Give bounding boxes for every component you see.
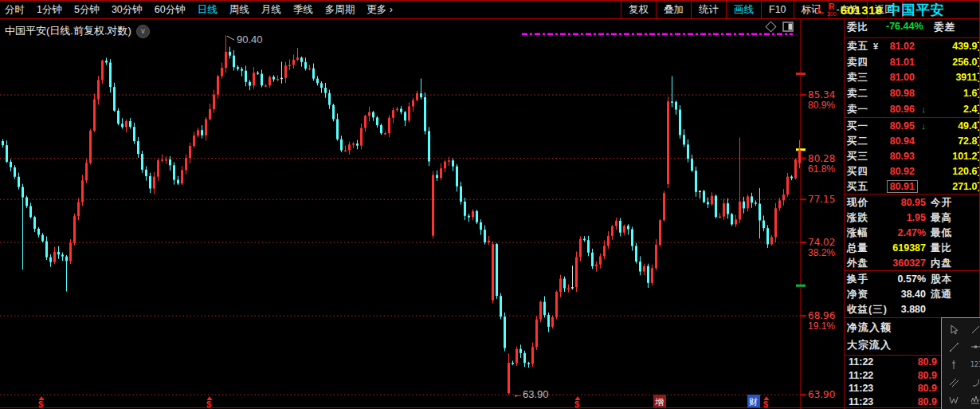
toolbar-button-5[interactable]: F10 [761, 1, 794, 18]
candle-body [276, 79, 279, 81]
info-value: 3.880 [901, 304, 926, 315]
period-tab-3[interactable]: 5分钟 [74, 3, 100, 17]
candle-body [209, 109, 211, 120]
info-row-4: 总量619387量比 [845, 240, 980, 255]
period-tab-5[interactable]: 60分钟 [155, 3, 186, 17]
period-tab-11[interactable]: 更多 › [367, 3, 393, 17]
buy-price: 80.92 [890, 166, 915, 177]
period-tab-6[interactable]: 日线 [198, 3, 218, 17]
vertical-line-tool-icon[interactable] [943, 356, 965, 373]
period-tab-10[interactable]: 多周期 [325, 3, 355, 17]
candle-body [213, 95, 215, 109]
sell-row-2[interactable]: 卖二80.981.6万 [845, 85, 980, 101]
l-badge: L [817, 4, 824, 16]
toolbar-button-2[interactable]: 叠加 [656, 1, 691, 18]
candle-body [766, 228, 769, 244]
candle-body [53, 252, 56, 262]
drawing-tools-palette[interactable]: 123 [941, 317, 980, 409]
low-annotation: ←63.90 [512, 388, 549, 400]
axis-price-label: 80.28 [808, 153, 835, 164]
buy-row-3[interactable]: 买三80.93101.2万 [845, 148, 980, 163]
candle-body [45, 241, 48, 257]
candle-body [265, 85, 267, 87]
parallel-lines-tool-icon[interactable] [943, 373, 965, 391]
diamond-icon[interactable] [766, 22, 776, 32]
info2-row-1: 换手0.57%股本 [845, 271, 980, 286]
sell-label: 卖一 [847, 103, 868, 116]
candle-body [531, 347, 534, 364]
chart-canvas[interactable]: 85.3480.9%80.2861.8%77.1574.0238.2%68.96… [0, 19, 845, 409]
candle-body [336, 119, 339, 139]
candle-body [137, 141, 139, 154]
high-arrow-icon [227, 36, 234, 40]
candle-body [436, 175, 438, 178]
buy-row-1[interactable]: 买一80.95↓49.4万 [845, 118, 980, 133]
horizontal-segment-tool-icon[interactable] [965, 338, 980, 356]
candle-body [751, 196, 753, 203]
info-right-label: 内盘 [931, 256, 952, 269]
zigzag-tool-icon[interactable] [965, 391, 980, 408]
period-tab-9[interactable]: 季线 [293, 3, 313, 17]
line-tool-icon[interactable] [965, 321, 980, 338]
period-tab-8[interactable]: 月线 [261, 3, 281, 17]
chevron-down-icon[interactable]: ∨ [136, 25, 150, 38]
arc-tool-icon[interactable] [965, 373, 980, 391]
candle-body [177, 180, 179, 184]
trend-line-tool-icon[interactable] [943, 338, 965, 356]
candle-body [408, 106, 410, 120]
sell-row-3[interactable]: 卖三81.003911万 [845, 70, 980, 86]
candle-body [352, 144, 355, 145]
candle-body [332, 105, 335, 120]
wave-w-tool-icon[interactable] [943, 391, 965, 408]
buy-label: 买三 [847, 149, 868, 163]
candle-body [711, 196, 713, 205]
candlestick-chart[interactable]: 85.3480.9%80.2861.8%77.1574.0238.2%68.96… [0, 19, 845, 409]
sell-row-1[interactable]: 卖一80.96↓2.4万 [845, 101, 980, 117]
candle-body [452, 160, 454, 166]
event-badge[interactable]: 财 [749, 397, 758, 407]
candle-body [699, 191, 701, 192]
axis-price-label: 85.34 [808, 89, 835, 100]
sell-label: 卖二 [847, 87, 868, 100]
candle-body [619, 221, 621, 233]
period-tab-7[interactable]: 周线 [229, 3, 249, 17]
toolbar-button-4[interactable]: 画线 [726, 1, 761, 18]
sell-row-4[interactable]: 卖四81.01256.0万 [845, 54, 980, 70]
cursor-tool-icon[interactable] [943, 321, 965, 338]
candle-body [364, 116, 367, 128]
candle-body [623, 226, 625, 233]
numbers-123-tool-icon[interactable]: 123 [965, 356, 980, 373]
candle-wick [353, 142, 354, 148]
candle-body [261, 74, 263, 86]
buy-row-4[interactable]: 买四80.92120.6万 [845, 163, 980, 179]
toolbar-button-1[interactable]: 复权 [621, 1, 656, 18]
info-row-3: 涨幅2.47%最低 [845, 225, 980, 240]
candle-body [527, 363, 530, 364]
r-badge-top: R [829, 3, 834, 11]
sell-row-5[interactable]: 卖五¥81.02439.9万 [845, 38, 980, 54]
top-toolbar: 分时1分钟5分钟30分钟60分钟日线周线月线季线多周期更多 › 复权叠加统计画线… [0, 0, 980, 19]
period-tab-2[interactable]: 1分钟 [37, 3, 62, 17]
event-badge[interactable]: 增 [655, 397, 664, 407]
period-tab-1[interactable]: 分时 [5, 3, 25, 17]
candle-body [571, 287, 574, 289]
candle-body [790, 177, 793, 179]
candle-body [731, 214, 733, 224]
candle-body [723, 203, 725, 217]
candle-body [639, 262, 641, 271]
sell-amount: 2.4万 [963, 103, 980, 116]
candle-body [249, 82, 251, 86]
toolbar-button-3[interactable]: 统计 [691, 1, 726, 18]
candle-body [770, 237, 773, 244]
candle-body [89, 131, 92, 163]
buy-row-5[interactable]: 买五80.91271.0万 [845, 179, 980, 194]
candle-body [169, 159, 171, 165]
buy-amount: 101.2万 [952, 149, 980, 163]
candle-body [396, 109, 398, 111]
buy-price: 80.95 [890, 120, 915, 132]
candle-body [647, 266, 649, 283]
period-tab-4[interactable]: 30分钟 [112, 3, 143, 17]
candle-body [288, 65, 291, 66]
candle-body [404, 112, 406, 120]
buy-row-2[interactable]: 买二80.9472.8万 [845, 133, 980, 148]
